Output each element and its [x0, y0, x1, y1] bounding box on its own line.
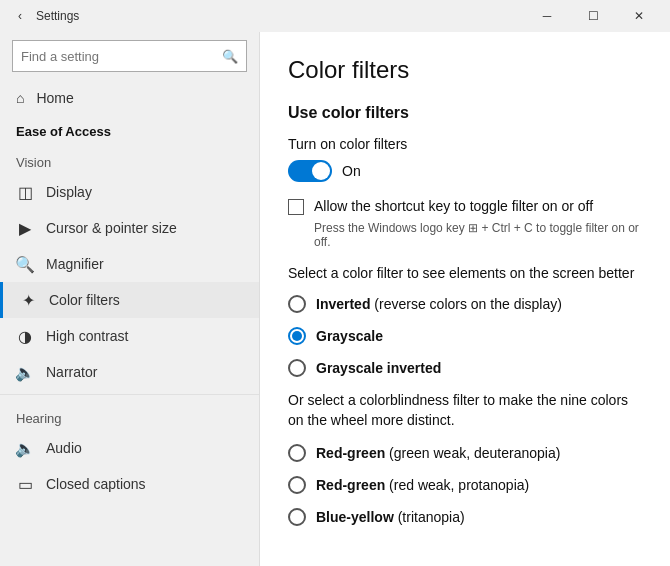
radio-grayscale-button[interactable] [288, 327, 306, 345]
radio-grayscale[interactable]: Grayscale [288, 327, 642, 345]
audio-icon: 🔈 [16, 439, 34, 457]
sidebar-item-display[interactable]: ◫ Display [0, 174, 259, 210]
app-body: 🔍 ⌂ Home Ease of Access Vision ◫ Display… [0, 32, 670, 566]
sidebar: 🔍 ⌂ Home Ease of Access Vision ◫ Display… [0, 32, 260, 566]
radio-red-green-prot-button[interactable] [288, 476, 306, 494]
radio-blue-yellow-label: Blue-yellow (tritanopia) [316, 509, 465, 525]
display-label: Display [46, 184, 92, 200]
radio-red-green-weak-label: Red-green (green weak, deuteranopia) [316, 445, 560, 461]
search-box[interactable]: 🔍 [12, 40, 247, 72]
magnifier-icon: 🔍 [16, 255, 34, 273]
maximize-button[interactable]: ☐ [570, 0, 616, 32]
sidebar-item-audio[interactable]: 🔈 Audio [0, 430, 259, 466]
ease-of-access-label: Ease of Access [0, 120, 259, 147]
home-icon: ⌂ [16, 90, 24, 106]
page-title: Color filters [288, 56, 642, 84]
color-filters-toggle[interactable] [288, 160, 332, 182]
sidebar-item-high-contrast[interactable]: ◑ High contrast [0, 318, 259, 354]
use-color-filters-title: Use color filters [288, 104, 642, 122]
display-icon: ◫ [16, 183, 34, 201]
magnifier-label: Magnifier [46, 256, 104, 272]
search-input[interactable] [21, 49, 222, 64]
minimize-button[interactable]: ─ [524, 0, 570, 32]
title-bar: ‹ Settings ─ ☐ ✕ [0, 0, 670, 32]
sidebar-divider [0, 394, 259, 395]
title-bar-title: Settings [32, 9, 524, 23]
radio-grayscale-label: Grayscale [316, 328, 383, 344]
select-filter-label: Select a color filter to see elements on… [288, 265, 642, 281]
shortcut-checkbox[interactable] [288, 199, 304, 215]
radio-grayscale-inverted-button[interactable] [288, 359, 306, 377]
color-filters-label: Color filters [49, 292, 120, 308]
high-contrast-label: High contrast [46, 328, 128, 344]
narrator-icon: 🔈 [16, 363, 34, 381]
high-contrast-icon: ◑ [16, 327, 34, 345]
radio-red-green-prot[interactable]: Red-green (red weak, protanopia) [288, 476, 642, 494]
toggle-state-label: On [342, 163, 361, 179]
cursor-icon: ▶ [16, 219, 34, 237]
sidebar-item-closed-captions[interactable]: ▭ Closed captions [0, 466, 259, 502]
audio-label: Audio [46, 440, 82, 456]
main-content: Color filters Use color filters Turn on … [260, 32, 670, 566]
search-icon: 🔍 [222, 49, 238, 64]
radio-blue-yellow-button[interactable] [288, 508, 306, 526]
vision-section-label: Vision [0, 147, 259, 174]
close-button[interactable]: ✕ [616, 0, 662, 32]
closed-captions-icon: ▭ [16, 475, 34, 493]
color-filters-icon: ✦ [19, 291, 37, 309]
radio-inverted-label: Inverted (reverse colors on the display) [316, 296, 562, 312]
sidebar-item-magnifier[interactable]: 🔍 Magnifier [0, 246, 259, 282]
home-label: Home [36, 90, 73, 106]
sidebar-item-color-filters[interactable]: ✦ Color filters [0, 282, 259, 318]
turn-on-label: Turn on color filters [288, 136, 642, 152]
sidebar-item-narrator[interactable]: 🔈 Narrator [0, 354, 259, 390]
cursor-label: Cursor & pointer size [46, 220, 177, 236]
toggle-knob [312, 162, 330, 180]
radio-blue-yellow[interactable]: Blue-yellow (tritanopia) [288, 508, 642, 526]
toggle-row: On [288, 160, 642, 182]
narrator-label: Narrator [46, 364, 97, 380]
checkbox-row: Allow the shortcut key to toggle filter … [288, 198, 642, 215]
checkbox-label: Allow the shortcut key to toggle filter … [314, 198, 593, 214]
radio-red-green-prot-label: Red-green (red weak, protanopia) [316, 477, 529, 493]
radio-red-green-weak-button[interactable] [288, 444, 306, 462]
back-button[interactable]: ‹ [8, 4, 32, 28]
radio-inverted-button[interactable] [288, 295, 306, 313]
sidebar-item-home[interactable]: ⌂ Home [0, 80, 259, 116]
colorblind-label: Or select a colorblindness filter to mak… [288, 391, 642, 430]
radio-inverted[interactable]: Inverted (reverse colors on the display) [288, 295, 642, 313]
radio-red-green-weak[interactable]: Red-green (green weak, deuteranopia) [288, 444, 642, 462]
hearing-section-label: Hearing [0, 403, 259, 430]
help-text: Press the Windows logo key ⊞ + Ctrl + C … [314, 221, 642, 249]
closed-captions-label: Closed captions [46, 476, 146, 492]
radio-grayscale-inverted-label: Grayscale inverted [316, 360, 441, 376]
radio-grayscale-inverted[interactable]: Grayscale inverted [288, 359, 642, 377]
window-controls: ─ ☐ ✕ [524, 0, 662, 32]
sidebar-item-cursor[interactable]: ▶ Cursor & pointer size [0, 210, 259, 246]
